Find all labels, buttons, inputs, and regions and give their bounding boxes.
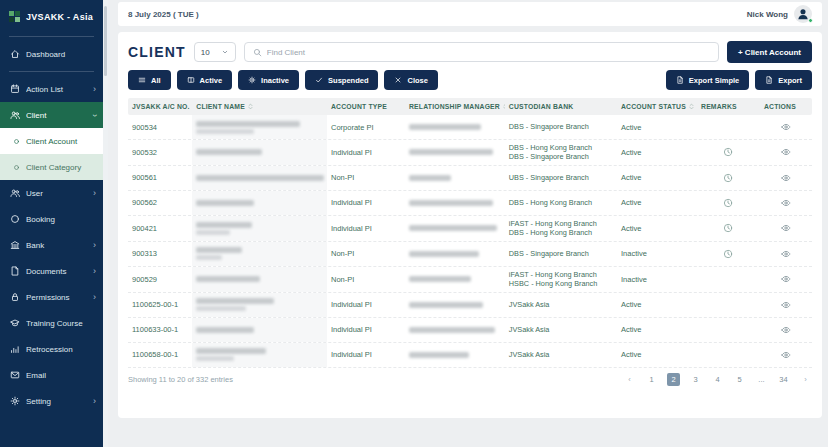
filter-suspended-button[interactable]: Suspended: [305, 70, 378, 90]
filter-all-button[interactable]: All: [128, 70, 171, 90]
column-header[interactable]: ACTIONS: [760, 98, 812, 115]
export-simple-button[interactable]: Export Simple: [666, 70, 749, 90]
column-header[interactable]: ACCOUNT TYPE: [327, 98, 405, 115]
actions-cell: [760, 140, 812, 165]
sidebar-scrollbar[interactable]: [103, 0, 108, 447]
page-button[interactable]: ›: [799, 373, 812, 386]
table-row[interactable]: 1100633-00-1 Individual PI JVSakk Asia A…: [128, 318, 812, 343]
table-row[interactable]: 900529 Non-PI iFAST - Hong Kong Branch H…: [128, 267, 812, 293]
clock-icon[interactable]: [723, 173, 733, 183]
column-header[interactable]: CUSTODIAN BANK: [505, 98, 617, 115]
eye-icon[interactable]: [781, 249, 791, 259]
clock-icon[interactable]: [723, 223, 733, 233]
sidebar-item-client-account[interactable]: Client Account: [0, 128, 103, 154]
eye-icon[interactable]: [781, 173, 791, 183]
eye-icon[interactable]: [781, 325, 791, 335]
column-header[interactable]: JVSAKK A/C NO.: [128, 98, 192, 115]
sidebar-item-dashboard[interactable]: Dashboard: [0, 41, 103, 67]
account-number: 900532: [128, 140, 192, 165]
dot-icon: [13, 138, 20, 145]
sidebar-item-setting[interactable]: Setting ›: [0, 388, 103, 414]
table-row[interactable]: 900313 Non-PI DBS - Singapore Branch Ina…: [128, 242, 812, 267]
column-header-label: RELATIONSHIP MANAGER: [409, 103, 500, 110]
sun-icon: [248, 76, 256, 84]
sidebar-item-client-category[interactable]: Client Category: [0, 154, 103, 180]
clock-icon[interactable]: [723, 147, 733, 157]
app-logo[interactable]: JVSAKK - Asia: [0, 0, 103, 32]
column-header-label: CUSTODIAN BANK: [509, 103, 574, 110]
eye-icon[interactable]: [781, 300, 791, 310]
table-header: JVSAKK A/C NO. CLIENT NAME ACCOUNT TYPE: [128, 98, 812, 115]
add-client-account-button[interactable]: + Client Account: [727, 41, 812, 63]
column-header[interactable]: CLIENT NAME: [192, 98, 327, 115]
eye-icon[interactable]: [781, 122, 791, 132]
custodian-bank: UBS - Singapore Branch: [505, 166, 617, 190]
table-row[interactable]: 900421 Individual PI iFAST - Hong Kong B…: [128, 216, 812, 242]
chevron-icon: ›: [90, 114, 99, 117]
filter-close-button[interactable]: Close: [384, 70, 437, 90]
filter-inactive-button[interactable]: Inactive: [238, 70, 299, 90]
table-row[interactable]: 900534 Corporate PI DBS - Singapore Bran…: [128, 115, 812, 140]
sidebar-item-training-course[interactable]: Training Course: [0, 310, 103, 336]
sort-icon[interactable]: [688, 103, 695, 110]
table-row[interactable]: 1100625-00-1 Individual PI JVSakk Asia A…: [128, 293, 812, 318]
eye-icon[interactable]: [781, 198, 791, 208]
sidebar-item-documents[interactable]: Documents ›: [0, 258, 103, 284]
table-row[interactable]: 900561 Non-PI UBS - Singapore Branch Act…: [128, 166, 812, 191]
user-menu[interactable]: Nick Wong: [747, 5, 812, 23]
actions-cell: [760, 318, 812, 342]
remarks-cell: [697, 191, 760, 215]
table-row[interactable]: 900532 Individual PI DBS - Hong Kong Bra…: [128, 140, 812, 166]
sidebar-item-client[interactable]: Client ›: [0, 102, 103, 128]
gear-icon: [10, 396, 20, 406]
eye-icon[interactable]: [781, 223, 791, 233]
account-status: Active: [617, 318, 697, 342]
chevron-icon: ›: [93, 85, 96, 94]
sidebar-item-booking[interactable]: Booking: [0, 206, 103, 232]
page-button[interactable]: ‹: [623, 373, 636, 386]
table-body: 900534 Corporate PI DBS - Singapore Bran…: [128, 115, 812, 368]
eye-icon[interactable]: [781, 147, 791, 157]
sort-icon[interactable]: [247, 103, 254, 110]
page-size-select[interactable]: 10: [194, 42, 236, 62]
scrollbar-thumb[interactable]: [104, 6, 107, 76]
sidebar-item-action-list[interactable]: Action List ›: [0, 76, 103, 102]
page-button[interactable]: 2: [667, 373, 680, 386]
avatar[interactable]: [794, 5, 812, 23]
column-header[interactable]: RELATIONSHIP MANAGER: [405, 98, 505, 115]
client-name-redacted: [192, 293, 327, 317]
column-header[interactable]: ACCOUNT STATUS: [617, 98, 697, 115]
custodian-bank: JVSakk Asia: [505, 343, 617, 367]
table-row[interactable]: 1100658-00-1 Individual PI JVSakk Asia A…: [128, 343, 812, 368]
sidebar-item-label: Action List: [26, 85, 87, 94]
client-name-redacted: [192, 216, 327, 241]
clock-icon[interactable]: [723, 249, 733, 259]
account-status: Active: [617, 191, 697, 215]
sidebar-item-label: Booking: [26, 215, 96, 224]
custodian-bank: DBS - Hong Kong Branch DBS - Singapore B…: [505, 140, 617, 165]
export-button[interactable]: Export: [755, 70, 812, 90]
page-button[interactable]: 34: [777, 373, 790, 386]
page-button[interactable]: 3: [689, 373, 702, 386]
page-button[interactable]: 1: [645, 373, 658, 386]
sidebar-item-permissions[interactable]: Permissions ›: [0, 284, 103, 310]
eye-icon[interactable]: [781, 350, 791, 360]
page-button[interactable]: 5: [733, 373, 746, 386]
eye-icon[interactable]: [781, 274, 791, 284]
clock-icon[interactable]: [723, 198, 733, 208]
sidebar-item-user[interactable]: User ›: [0, 180, 103, 206]
search-box[interactable]: [244, 42, 719, 62]
sidebar-item-email[interactable]: Email: [0, 362, 103, 388]
column-header[interactable]: REMARKS: [697, 98, 760, 115]
sidebar-item-retrocession[interactable]: Retrocession: [0, 336, 103, 362]
table-row[interactable]: 900562 Individual PI DBS - Hong Kong Bra…: [128, 191, 812, 216]
filter-active-button[interactable]: Active: [177, 70, 233, 90]
account-number: 900534: [128, 115, 192, 139]
page-button[interactable]: ...: [755, 373, 768, 386]
sidebar-item-bank[interactable]: Bank ›: [0, 232, 103, 258]
account-number: 900561: [128, 166, 192, 190]
page-button[interactable]: 4: [711, 373, 724, 386]
user-name[interactable]: Nick Wong: [747, 10, 788, 19]
title-row: CLIENT 10 + Client Account: [128, 40, 812, 64]
search-input[interactable]: [267, 48, 710, 57]
